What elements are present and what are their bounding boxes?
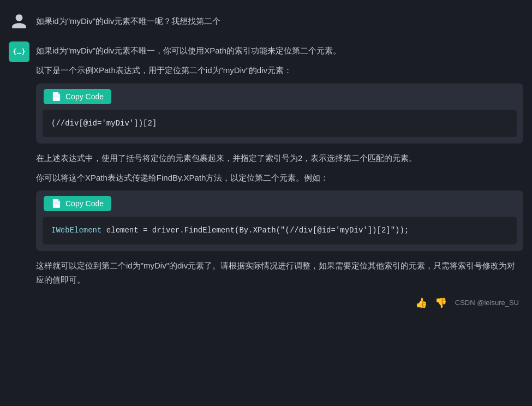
user-text: 如果id为"myDiv"的div元素不唯一呢？我想找第二个: [36, 11, 220, 28]
ai-avatar-icon: {…}: [13, 46, 25, 58]
ai-explain-1: 在上述表达式中，使用了括号将定位的元素包裹起来，并指定了索引号为2，表示选择第二…: [36, 151, 523, 165]
ai-intro-1: 如果id为"myDiv"的div元素不唯一，你可以使用XPath的索引功能来定位…: [36, 44, 523, 58]
ai-avatar: {…}: [9, 41, 29, 62]
csdn-credit: CSDN @leisure_SU: [455, 297, 519, 309]
user-message: 如果id为"myDiv"的div元素不唯一呢？我想找第二个: [9, 11, 523, 32]
like-button[interactable]: 👍: [414, 296, 429, 310]
ai-intro-2: 以下是一个示例XPath表达式，用于定位第二个id为"myDiv"的div元素：: [36, 63, 523, 77]
copy-code-label-2: Copy Code: [65, 199, 104, 208]
code-2-text: element = driver.FindElement(By.XPath("(…: [106, 226, 409, 235]
ai-outro: 这样就可以定位到第二个id为"myDiv"的div元素了。请根据实际情况进行调整…: [36, 259, 523, 288]
user-icon: [10, 13, 28, 30]
copy-code-button-2[interactable]: 📄 Copy Code: [44, 196, 111, 211]
code-2-type: IWebElement: [51, 226, 101, 235]
dislike-button[interactable]: 👎: [433, 296, 449, 310]
chat-container: 如果id为"myDiv"的div元素不唯一呢？我想找第二个 {…} 如果id为"…: [0, 0, 532, 329]
copy-icon-1: 📄: [51, 92, 62, 101]
code-block-2-header: 📄 Copy Code: [36, 190, 523, 217]
ai-explain-2: 你可以将这个XPath表达式传递给FindBy.XPath方法，以定位第二个元素…: [36, 171, 523, 185]
code-block-1-header: 📄 Copy Code: [36, 83, 523, 110]
ai-message: {…} 如果id为"myDiv"的div元素不唯一，你可以使用XPath的索引功…: [9, 41, 523, 311]
ai-content: 如果id为"myDiv"的div元素不唯一，你可以使用XPath的索引功能来定位…: [36, 41, 523, 311]
code-block-2: 📄 Copy Code IWebElement element = driver…: [36, 190, 523, 250]
code-block-2-content: IWebElement element = driver.FindElement…: [43, 217, 517, 244]
copy-code-label-1: Copy Code: [65, 92, 104, 101]
user-avatar: [9, 11, 29, 32]
code-block-1: 📄 Copy Code (//div[@id='myDiv'])[2]: [36, 83, 523, 144]
code-1-text: (//div[@id='myDiv'])[2]: [51, 119, 157, 128]
feedback-row: 👍 👎 CSDN @leisure_SU: [36, 292, 523, 311]
copy-icon-2: 📄: [51, 199, 62, 208]
code-block-1-content: (//div[@id='myDiv'])[2]: [43, 110, 517, 137]
copy-code-button-1[interactable]: 📄 Copy Code: [44, 89, 111, 104]
